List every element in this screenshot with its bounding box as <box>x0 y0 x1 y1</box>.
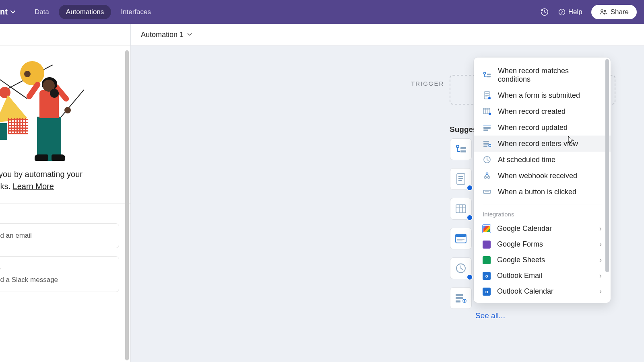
help-icon <box>558 8 566 16</box>
chevron-right-icon: › <box>599 240 602 249</box>
svg-rect-21 <box>483 108 490 114</box>
history-icon[interactable] <box>540 8 549 16</box>
trigger-picker-popover: When record matches conditions When a fo… <box>474 58 611 303</box>
trigger-option-record-enters-view[interactable]: When record enters view <box>474 136 611 152</box>
chevron-down-icon <box>10 9 16 15</box>
check-badge-icon <box>466 274 473 280</box>
svg-point-3 <box>604 10 606 12</box>
suggested-triggers-column <box>450 138 472 309</box>
integration-option-google-forms[interactable]: Google Forms › <box>474 237 611 252</box>
integration-option-outlook-email[interactable]: o Outlook Email › <box>474 268 611 284</box>
chevron-down-icon <box>187 32 192 37</box>
svg-rect-17 <box>487 74 491 75</box>
chevron-right-icon: › <box>599 272 602 280</box>
trigger-option-scheduled-time[interactable]: At scheduled time <box>474 152 611 168</box>
svg-rect-26 <box>483 141 489 142</box>
template-card-email[interactable]: send an email <box>0 223 119 248</box>
template-card-slack[interactable]: age send a Slack message <box>0 256 119 292</box>
svg-rect-7 <box>457 174 465 184</box>
trigger-option-button-clicked[interactable]: When a button is clicked <box>474 184 611 200</box>
nav-tabs: Data Automations Interfaces <box>27 5 158 19</box>
svg-point-1 <box>561 13 562 14</box>
svg-rect-23 <box>483 125 491 126</box>
trigger-option-record-matches[interactable]: When record matches conditions <box>474 63 611 87</box>
svg-point-29 <box>489 144 491 147</box>
svg-rect-24 <box>483 127 491 129</box>
integrations-section-label: Integrations <box>474 208 611 221</box>
trigger-option-record-created[interactable]: When record created <box>474 103 611 119</box>
tab-interfaces[interactable]: Interfaces <box>114 5 158 19</box>
app-header: nt Data Automations Interfaces Help Shar… <box>0 0 644 24</box>
tab-data[interactable]: Data <box>27 5 56 19</box>
svg-rect-14 <box>456 300 460 302</box>
svg-rect-25 <box>483 130 488 131</box>
automations-side-panel: rk for you by automating your on tasks. … <box>0 24 131 362</box>
chevron-right-icon: › <box>599 256 602 264</box>
svg-point-22 <box>489 113 491 115</box>
svg-point-20 <box>488 97 491 99</box>
base-switcher[interactable]: nt <box>0 7 20 16</box>
suggested-trigger-form[interactable] <box>450 168 472 190</box>
integration-option-google-sheets[interactable]: Google Sheets › <box>474 252 611 268</box>
plus-badge-icon <box>466 214 473 221</box>
trigger-option-webhook-received[interactable]: When webhook received <box>474 168 611 184</box>
google-forms-icon <box>483 241 491 249</box>
svg-point-32 <box>488 177 490 179</box>
check-badge-icon <box>466 185 473 191</box>
svg-rect-27 <box>483 143 489 145</box>
svg-rect-18 <box>487 76 491 77</box>
form-icon <box>483 91 491 100</box>
automation-canvas-area: Automation 1 TRIGGER Suggest <box>131 24 644 362</box>
onboarding-illustration <box>0 46 130 167</box>
svg-point-2 <box>601 10 603 12</box>
google-sheets-icon <box>483 256 491 264</box>
tab-automations[interactable]: Automations <box>59 5 111 19</box>
automation-name-dropdown[interactable]: Automation 1 <box>141 31 192 39</box>
integration-option-outlook-calendar[interactable]: o Outlook Calendar › <box>474 284 611 299</box>
suggested-trigger-view[interactable] <box>450 287 472 309</box>
suggested-trigger-record-created[interactable] <box>450 198 472 220</box>
svg-rect-12 <box>456 294 463 296</box>
trigger-section-label: TRIGGER <box>411 80 444 87</box>
see-all-link[interactable]: See all... <box>475 311 505 320</box>
outlook-email-icon: o <box>483 272 491 280</box>
scrollbar[interactable] <box>605 59 609 272</box>
svg-rect-28 <box>483 146 487 147</box>
button-icon <box>483 187 491 196</box>
svg-point-4 <box>456 145 459 148</box>
suggested-trigger-scheduled[interactable] <box>450 257 472 279</box>
svg-rect-10 <box>456 234 466 237</box>
svg-point-16 <box>484 72 486 74</box>
integration-option-google-calendar[interactable]: Google Calendar › <box>474 221 611 237</box>
rows-arrow-icon <box>483 139 491 148</box>
suggested-trigger-condition[interactable] <box>450 138 472 160</box>
svg-point-31 <box>485 177 487 179</box>
people-icon <box>599 9 607 15</box>
chevron-right-icon: › <box>599 224 602 233</box>
share-button[interactable]: Share <box>591 5 637 19</box>
webhook-icon <box>483 171 491 180</box>
rows-icon <box>483 123 491 132</box>
clock-icon <box>483 155 491 164</box>
svg-rect-8 <box>456 205 466 213</box>
trigger-option-form-submitted[interactable]: When a form is submitted <box>474 87 611 103</box>
svg-rect-13 <box>456 297 463 299</box>
chevron-right-icon: › <box>599 287 602 296</box>
svg-rect-5 <box>460 147 466 149</box>
svg-rect-6 <box>460 150 466 152</box>
suggested-trigger-button[interactable] <box>450 228 472 249</box>
base-name: nt <box>0 7 8 16</box>
google-calendar-icon <box>483 225 491 233</box>
learn-more-link[interactable]: Learn More <box>13 182 54 191</box>
grid-plus-icon <box>483 107 491 116</box>
branch-icon <box>483 71 491 80</box>
outlook-calendar-icon: o <box>483 288 491 296</box>
help-button[interactable]: Help <box>558 8 582 16</box>
trigger-option-record-updated[interactable]: When record updated <box>474 119 611 136</box>
